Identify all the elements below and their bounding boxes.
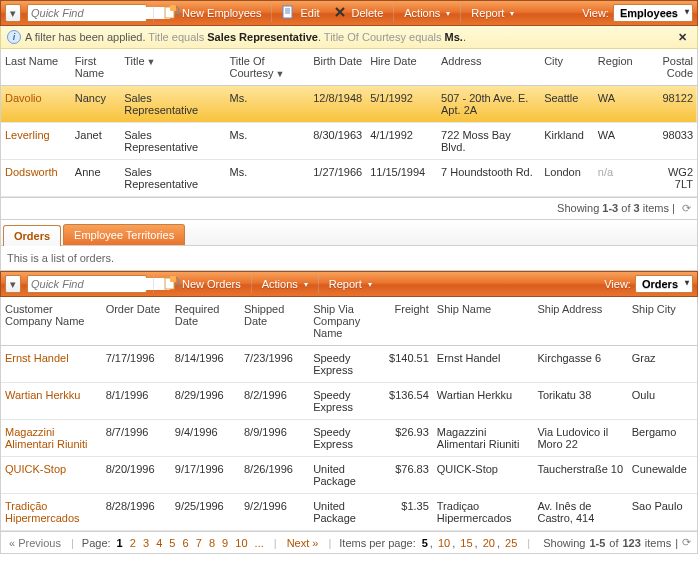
page-number[interactable]: 1 (115, 537, 125, 549)
quick-find-wrap (27, 275, 147, 293)
table-row[interactable]: Ernst Handel7/17/19968/14/19967/23/1996S… (1, 346, 697, 383)
col-address[interactable]: Address (437, 49, 540, 86)
actions-menu[interactable]: Actions▾ (258, 278, 312, 290)
svg-rect-8 (170, 276, 176, 282)
quick-find-input[interactable] (31, 7, 170, 19)
toolbar-menu-dropdown[interactable]: ▾ (5, 275, 21, 293)
page-number[interactable]: 2 (128, 537, 138, 549)
page-number[interactable]: ... (253, 537, 266, 549)
col-ship-city[interactable]: Ship City (628, 297, 697, 346)
col-shipped-date[interactable]: Shipped Date (240, 297, 309, 346)
refresh-icon[interactable]: ⟳ (682, 536, 691, 549)
toolbar-separator (153, 4, 154, 22)
delete-label: Delete (351, 7, 383, 19)
delete-icon (333, 5, 347, 21)
prev-page[interactable]: « Previous (7, 537, 63, 549)
orders-grid: Customer Company Name Order Date Require… (0, 297, 698, 532)
company-link[interactable]: Wartian Herkku (1, 383, 102, 420)
col-required-date[interactable]: Required Date (171, 297, 240, 346)
col-company[interactable]: Customer Company Name (1, 297, 102, 346)
orders-pager: « Previous | Page: 1 2 3 4 5 6 7 8 9 10 … (0, 532, 698, 554)
new-employees-button[interactable]: New Employees (160, 5, 265, 21)
toolbar-separator (460, 4, 461, 22)
new-employees-label: New Employees (182, 7, 261, 19)
new-orders-label: New Orders (182, 278, 241, 290)
view-dropdown[interactable]: Orders (635, 275, 693, 293)
page-number[interactable]: 9 (220, 537, 230, 549)
page-number[interactable]: 8 (207, 537, 217, 549)
edit-label: Edit (300, 7, 319, 19)
table-row[interactable]: QUICK-Stop8/20/19969/17/19968/26/1996Uni… (1, 457, 697, 494)
toolbar-menu-dropdown[interactable]: ▾ (5, 4, 21, 22)
page-number[interactable]: 4 (154, 537, 164, 549)
tab-orders[interactable]: Orders (3, 225, 61, 246)
table-row[interactable]: Wartian Herkku8/1/19968/29/19968/2/1996S… (1, 383, 697, 420)
tab-employee-territories[interactable]: Employee Territories (63, 224, 185, 245)
filter-bar: i A filter has been applied. Title equal… (0, 26, 698, 49)
toolbar-separator (251, 275, 252, 293)
col-hire-date[interactable]: Hire Date (366, 49, 437, 86)
svg-rect-4 (283, 6, 292, 18)
toolbar-separator (318, 275, 319, 293)
new-icon (164, 5, 178, 21)
table-row[interactable]: DavolioNancySales RepresentativeMs.12/8/… (1, 86, 697, 123)
view-dropdown[interactable]: Employees (613, 4, 693, 22)
edit-button[interactable]: Edit (278, 5, 323, 21)
orders-table: Customer Company Name Order Date Require… (1, 297, 697, 531)
company-link[interactable]: QUICK-Stop (1, 457, 102, 494)
col-city[interactable]: City (540, 49, 594, 86)
col-postal[interactable]: Postal Code (645, 49, 697, 86)
toolbar-separator (393, 4, 394, 22)
col-birth-date[interactable]: Birth Date (297, 49, 366, 86)
refresh-icon[interactable]: ⟳ (682, 202, 691, 214)
chevron-down-icon: ▾ (510, 9, 514, 18)
close-filter-button[interactable]: ✕ (674, 31, 691, 44)
col-ship-via[interactable]: Ship Via Company Name (309, 297, 380, 346)
page-number[interactable]: 5 (167, 537, 177, 549)
items-per-page-option[interactable]: 10 (436, 537, 452, 549)
company-link[interactable]: Ernst Handel (1, 346, 102, 383)
delete-button[interactable]: Delete (329, 5, 387, 21)
items-per-page-option[interactable]: 5 (420, 537, 430, 549)
items-per-page-option[interactable]: 20 (481, 537, 497, 549)
col-ship-address[interactable]: Ship Address (533, 297, 627, 346)
col-order-date[interactable]: Order Date (102, 297, 171, 346)
chevron-down-icon: ▾ (10, 7, 16, 20)
info-icon: i (7, 30, 21, 44)
next-page[interactable]: Next » (285, 537, 321, 549)
col-region[interactable]: Region (594, 49, 646, 86)
col-ship-name[interactable]: Ship Name (433, 297, 534, 346)
table-row[interactable]: DodsworthAnneSales RepresentativeMs.1/27… (1, 160, 697, 197)
filter-icon: ▼ (147, 57, 156, 67)
col-last-name[interactable]: Last Name (1, 49, 71, 86)
orders-toolbar: ▾ New Orders Actions▾ Report▾ View: Orde… (0, 271, 698, 297)
col-title-of-courtesy[interactable]: Title Of Courtesy▼ (225, 49, 297, 86)
last-name-link[interactable]: Davolio (1, 86, 71, 123)
actions-menu[interactable]: Actions▾ (400, 7, 454, 19)
last-name-link[interactable]: Leverling (1, 123, 71, 160)
items-per-page-option[interactable]: 15 (458, 537, 474, 549)
page-number[interactable]: 10 (233, 537, 249, 549)
quick-find-input[interactable] (31, 278, 170, 290)
employees-toolbar: ▾ New Employees Edit Delete Actions▾ Rep… (0, 0, 698, 26)
col-title[interactable]: Title▼ (120, 49, 225, 86)
table-row[interactable]: Magazzini Alimentari Riuniti8/7/19969/4/… (1, 420, 697, 457)
table-row[interactable]: LeverlingJanetSales RepresentativeMs.8/3… (1, 123, 697, 160)
page-number[interactable]: 7 (194, 537, 204, 549)
items-per-page-option[interactable]: 25 (503, 537, 519, 549)
table-row[interactable]: Tradição Hipermercados8/28/19969/25/1996… (1, 494, 697, 531)
view-selector: View: Employees (582, 4, 693, 22)
col-first-name[interactable]: First Name (71, 49, 120, 86)
chevron-down-icon: ▾ (10, 278, 16, 291)
new-orders-button[interactable]: New Orders (160, 276, 245, 292)
company-link[interactable]: Tradição Hipermercados (1, 494, 102, 531)
tab-description: This is a list of orders. (0, 246, 698, 271)
col-freight[interactable]: Freight (380, 297, 432, 346)
last-name-link[interactable]: Dodsworth (1, 160, 71, 197)
page-number[interactable]: 6 (181, 537, 191, 549)
page-number[interactable]: 3 (141, 537, 151, 549)
edit-icon (282, 5, 296, 21)
report-menu[interactable]: Report▾ (467, 7, 518, 19)
report-menu[interactable]: Report▾ (325, 278, 376, 290)
company-link[interactable]: Magazzini Alimentari Riuniti (1, 420, 102, 457)
